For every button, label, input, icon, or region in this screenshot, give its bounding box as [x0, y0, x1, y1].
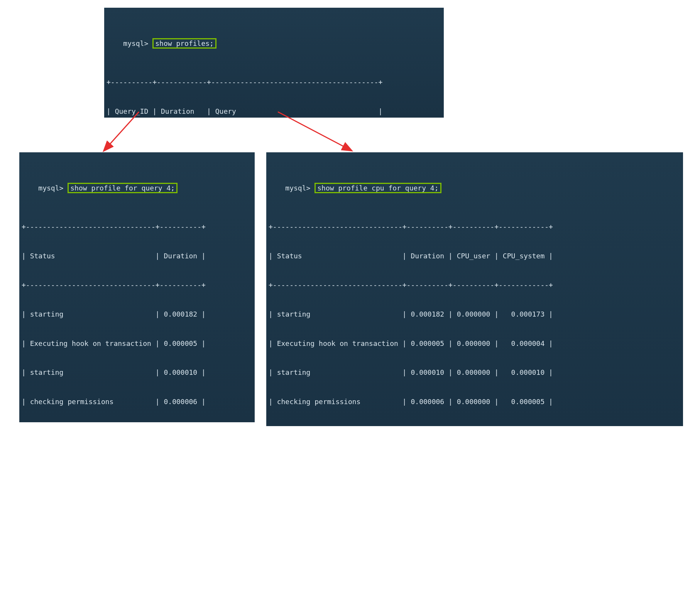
table-row: | starting | 0.000182 | 0.000000 | 0.000…	[266, 309, 683, 319]
svg-line-0	[104, 112, 139, 150]
table-border: +-------------------------------+-------…	[266, 280, 683, 290]
table-row: | starting | 0.000182 |	[19, 309, 255, 319]
command-highlight: show profile cpu for query 4;	[314, 183, 441, 193]
table-row: | Executing hook on transaction | 0.0000…	[19, 339, 255, 348]
table-header: | Query_ID | Duration | Query |	[104, 106, 444, 116]
table-border: +----------+------------+---------------…	[104, 77, 444, 87]
table-row: | checking permissions | 0.000006 |	[19, 397, 255, 406]
table-row: | starting | 0.000010 |	[19, 367, 255, 377]
table-header: | Status | Duration |	[19, 251, 255, 261]
table-row: | Executing hook on transaction | 0.0000…	[266, 339, 683, 348]
command-highlight: show profile for query 4;	[68, 183, 178, 193]
table-border: +-------------------------------+-------…	[19, 280, 255, 290]
svg-line-1	[278, 112, 351, 150]
mysql-prompt: mysql>	[285, 184, 310, 192]
table-border: +-------------------------------+-------…	[19, 222, 255, 231]
command-highlight: show profiles;	[152, 38, 216, 49]
table-border: +-------------------------------+-------…	[266, 222, 683, 231]
arrow-icon	[100, 112, 147, 158]
mysql-prompt: mysql>	[38, 184, 63, 192]
table-row: | checking permissions | 0.000006 | 0.00…	[266, 397, 683, 406]
terminal-show-profiles: mysql> show profiles; +----------+------…	[104, 8, 444, 118]
table-header: | Status | Duration | CPU_user | CPU_sys…	[266, 251, 683, 261]
terminal-show-profile-cpu: mysql> show profile cpu for query 4; +--…	[266, 152, 683, 426]
mysql-prompt: mysql>	[123, 39, 148, 47]
terminal-show-profile: mysql> show profile for query 4; +------…	[19, 152, 255, 422]
table-row: | starting | 0.000010 | 0.000000 | 0.000…	[266, 367, 683, 377]
table-row: | Opening tables | 0.000053 | 0.000000 |…	[266, 426, 683, 426]
arrow-icon	[278, 112, 355, 158]
